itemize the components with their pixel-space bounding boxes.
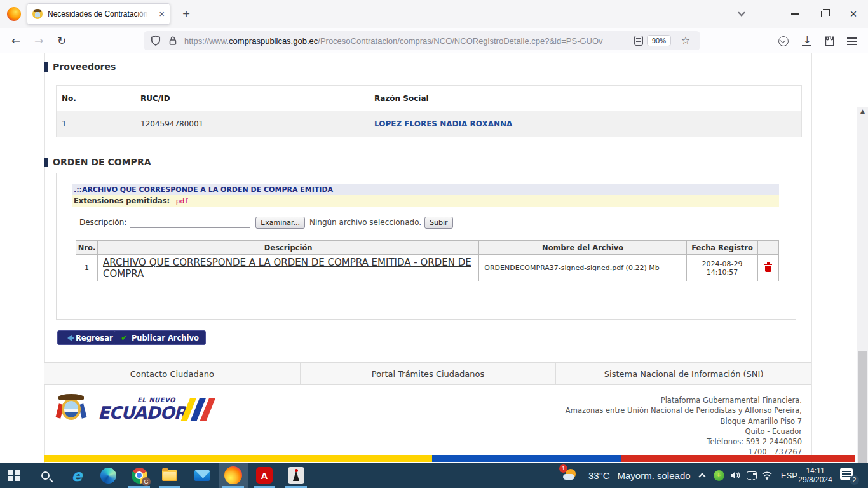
chevron-up-icon bbox=[698, 473, 705, 480]
tab-list-dropdown-button[interactable] bbox=[727, 0, 756, 28]
pocket-icon bbox=[778, 36, 789, 46]
link-contacto-ciudadano[interactable]: Contacto Ciudadano bbox=[44, 363, 301, 384]
bookmark-star-icon[interactable]: ☆ bbox=[681, 34, 690, 46]
close-button[interactable]: × bbox=[839, 0, 868, 28]
shield-icon[interactable] bbox=[150, 35, 161, 46]
taskbar-file-explorer[interactable] bbox=[155, 463, 184, 488]
cast-icon bbox=[747, 471, 757, 480]
col-fecha-registro: Fecha Registro bbox=[687, 241, 758, 255]
minimize-icon bbox=[791, 13, 799, 15]
weather-alert-badge: 1 bbox=[559, 464, 567, 473]
restore-icon bbox=[821, 11, 827, 17]
notification-badge: 2 bbox=[850, 475, 859, 485]
footer-address: Plataforma Gubernamental Financiera, Ama… bbox=[566, 395, 802, 458]
col-descripcion: Descripción bbox=[97, 241, 478, 255]
subir-button[interactable]: Subir bbox=[424, 217, 453, 229]
menu-button[interactable] bbox=[844, 33, 860, 50]
link-portal-tramites[interactable]: Portal Trámites Ciudadanos bbox=[301, 363, 557, 384]
back-button[interactable]: ← bbox=[8, 33, 24, 50]
puzzle-icon bbox=[824, 36, 835, 47]
taskbar-firefox-active[interactable] bbox=[219, 463, 248, 488]
taskbar-chrome[interactable]: G bbox=[125, 463, 154, 488]
examinar-button[interactable]: Examinar... bbox=[255, 217, 305, 229]
pocket-button[interactable] bbox=[775, 33, 792, 50]
checkmark-icon: ✔ bbox=[121, 333, 128, 342]
proveedor-razon-link[interactable]: LOPEZ FLORES NADIA ROXANNA bbox=[374, 119, 801, 128]
url-bar[interactable]: https://www.compraspublicas.gob.ec/Proce… bbox=[144, 31, 700, 50]
brand-big-text: ECUADOR bbox=[98, 403, 186, 423]
publicar-archivo-button[interactable]: ✔ Publicar Archivo bbox=[114, 330, 206, 345]
taskbar-mail[interactable] bbox=[187, 463, 217, 488]
files-table: Nro. Descripción Nombre del Archivo Fech… bbox=[76, 240, 779, 281]
proveedores-heading: Proveedores bbox=[44, 62, 116, 72]
tray-clock[interactable]: 14:11 29/8/2024 bbox=[794, 463, 836, 488]
file-descripcion-link[interactable]: ARCHIVO QUE CORRESPONDE A LA ORDEN DE CO… bbox=[103, 257, 471, 280]
scrollbar-thumb[interactable] bbox=[858, 351, 867, 463]
extensions-button[interactable] bbox=[821, 33, 837, 50]
address-line: Teléfonos: 593-2 2440050 bbox=[566, 437, 802, 447]
file-fecha: 2024-08-29 14:10:57 bbox=[687, 255, 758, 281]
upload-row: Descripción: Examinar... Ningún archivo … bbox=[79, 215, 453, 229]
link-sni[interactable]: Sistema Nacional de Información (SNI) bbox=[556, 363, 811, 384]
java-duke-icon bbox=[288, 467, 304, 484]
internet-explorer-icon: e bbox=[72, 466, 83, 485]
file-archivo-link[interactable]: ORDENDECOMPRA37-signed-signed.pdf (0.22)… bbox=[484, 264, 659, 272]
restore-button[interactable] bbox=[810, 0, 839, 28]
search-icon bbox=[41, 471, 50, 480]
tray-antivirus[interactable]: + bbox=[710, 463, 727, 488]
archivo-banner: .::ARCHIVO QUE CORRESPONDE A LA ORDEN DE… bbox=[72, 184, 779, 195]
tray-show-hidden-icons[interactable] bbox=[694, 463, 710, 488]
section-marker bbox=[44, 62, 48, 72]
reload-button[interactable]: ↻ bbox=[53, 33, 70, 50]
taskbar-edge[interactable] bbox=[93, 463, 123, 488]
taskbar: e G A 1 33°C Mayorm. s bbox=[0, 463, 868, 488]
zoom-level-badge[interactable]: 90% bbox=[647, 35, 671, 46]
mail-icon bbox=[194, 470, 210, 481]
speaker-icon bbox=[729, 470, 741, 480]
browser-tab[interactable]: Necesidades de Contratación y × bbox=[27, 3, 170, 25]
scroll-up-arrow[interactable]: ▲ bbox=[857, 107, 868, 116]
minimize-button[interactable] bbox=[780, 0, 810, 28]
chrome-profile-badge: G bbox=[142, 477, 151, 486]
forward-button[interactable]: → bbox=[31, 33, 47, 50]
extensiones-value: pdf bbox=[176, 197, 189, 205]
tray-volume[interactable] bbox=[727, 463, 743, 488]
col-nombre-archivo: Nombre del Archivo bbox=[479, 241, 687, 255]
taskbar-java-app[interactable] bbox=[281, 463, 311, 488]
no-file-text: Ningún archivo seleccionado. bbox=[309, 218, 421, 227]
col-actions bbox=[757, 241, 778, 255]
downloads-button[interactable] bbox=[798, 33, 815, 50]
hamburger-icon bbox=[847, 37, 857, 45]
tray-cast[interactable] bbox=[743, 463, 760, 488]
taskbar-search-button[interactable] bbox=[31, 463, 60, 488]
page-scrollbar[interactable]: ▲ ▼ bbox=[857, 107, 868, 463]
file-nro: 1 bbox=[76, 255, 98, 281]
descripcion-input[interactable] bbox=[130, 217, 250, 228]
brand-stripes bbox=[186, 398, 211, 421]
file-fecha-date: 2024-08-29 bbox=[692, 260, 752, 268]
proveedor-ruc: 1204594780001 bbox=[140, 119, 374, 128]
file-actions bbox=[757, 255, 778, 281]
folder-icon bbox=[162, 470, 177, 481]
new-tab-button[interactable]: + bbox=[178, 6, 194, 23]
tab-close-icon[interactable]: × bbox=[159, 10, 165, 18]
regresar-button[interactable]: Regresar bbox=[57, 330, 120, 345]
windows-logo-icon bbox=[8, 470, 20, 481]
tab-title: Necesidades de Contratación y bbox=[48, 10, 149, 18]
tray-notifications[interactable]: 2 bbox=[839, 467, 858, 484]
antivirus-icon: + bbox=[714, 470, 724, 481]
back-arrow-icon bbox=[64, 335, 72, 341]
start-button[interactable] bbox=[0, 463, 29, 488]
temperature: 33°C bbox=[588, 470, 610, 481]
tray-network[interactable] bbox=[759, 463, 775, 488]
file-row: 1 ARCHIVO QUE CORRESPONDE A LA ORDEN DE … bbox=[76, 255, 779, 281]
taskbar-acrobat[interactable]: A bbox=[250, 463, 279, 488]
col-nro: Nro. bbox=[76, 241, 98, 255]
reader-mode-icon[interactable] bbox=[634, 36, 643, 46]
delete-trash-icon[interactable] bbox=[764, 262, 772, 272]
taskbar-internet-explorer[interactable]: e bbox=[62, 463, 92, 488]
el-nuevo-ecuador-logo: EL NUEVO ECUADOR bbox=[98, 396, 193, 423]
proveedores-table: No. RUC/ID Razón Social 1 1204594780001 … bbox=[56, 85, 802, 137]
lock-icon[interactable] bbox=[168, 36, 178, 46]
extensiones-strip: Extensiones pemitidas: pdf bbox=[72, 195, 779, 207]
